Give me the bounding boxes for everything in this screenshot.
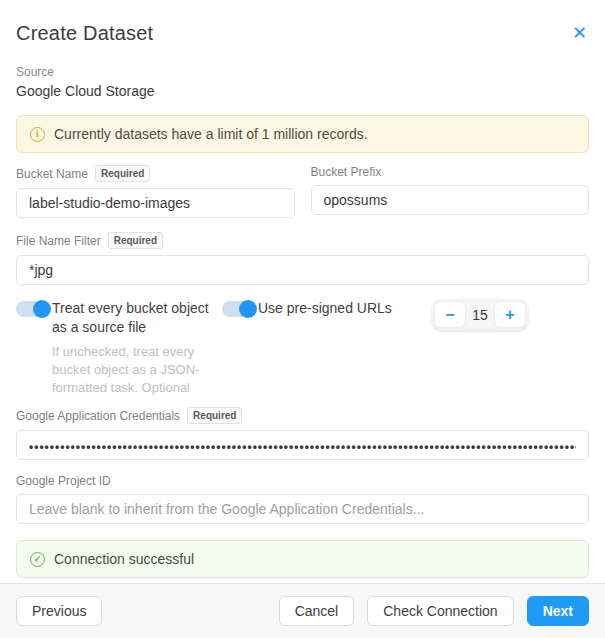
bucket-prefix-field: Bucket Prefix [311,165,590,218]
google-project-id-field: Google Project ID [16,474,589,524]
warning-banner: i Currently datasets have a limit of 1 m… [16,115,589,153]
presigned-urls-toggle-label: Use pre-signed URLs [258,299,392,318]
previous-button[interactable]: Previous [16,596,102,626]
close-icon[interactable]: ✕ [570,22,589,44]
required-badge: Required [187,407,242,424]
dialog-title: Create Dataset [16,22,153,45]
check-connection-button[interactable]: Check Connection [367,596,513,626]
info-icon: i [30,127,45,142]
file-name-filter-input[interactable] [16,255,589,285]
google-credentials-input[interactable] [16,430,589,460]
next-button[interactable]: Next [527,596,589,626]
success-banner-text: Connection successful [54,551,194,567]
google-credentials-label: Google Application Credentials [16,409,180,423]
presigned-urls-toggle[interactable] [222,301,254,317]
bucket-name-label: Bucket Name [16,167,88,181]
file-name-filter-label: File Name Filter [16,234,101,248]
google-project-id-label: Google Project ID [16,474,111,488]
dialog-footer: Previous Cancel Check Connection Next [0,583,605,638]
stepper-plus-button[interactable]: + [495,302,525,327]
success-banner: ✓ Connection successful [16,540,589,578]
treat-source-helper-text: If unchecked, treat every bucket object … [52,343,232,398]
bucket-name-field: Bucket Name Required [16,165,295,218]
dialog-header: Create Dataset ✕ [0,0,605,45]
create-dataset-dialog: Create Dataset ✕ Source Google Cloud Sto… [0,0,605,638]
treat-source-toggle-group: Treat every bucket object as a source fi… [16,299,222,397]
google-credentials-field: Google Application Credentials Required [16,407,589,460]
source-value: Google Cloud Storage [16,83,589,99]
toggle-knob [239,300,257,318]
bucket-prefix-label: Bucket Prefix [311,165,382,179]
presigned-toggle-group: Use pre-signed URLs [222,299,408,318]
warning-banner-text: Currently datasets have a limit of 1 mil… [54,126,368,142]
source-block: Source Google Cloud Storage [16,65,589,99]
bucket-prefix-input[interactable] [311,185,590,215]
required-badge: Required [108,232,163,249]
stepper-value: 15 [465,307,495,323]
cancel-button[interactable]: Cancel [279,596,355,626]
google-project-id-input[interactable] [16,494,589,524]
required-badge: Required [95,165,150,182]
toggle-knob [33,300,51,318]
treat-source-toggle-label: Treat every bucket object as a source fi… [52,299,222,337]
options-row: Treat every bucket object as a source fi… [16,299,589,397]
file-name-filter-field: File Name Filter Required [16,232,589,285]
bucket-name-input[interactable] [16,188,295,218]
source-label: Source [16,65,589,79]
check-icon: ✓ [30,552,45,567]
treat-source-toggle[interactable] [16,301,48,317]
presigned-ttl-stepper: − 15 + [432,299,528,330]
stepper-minus-button[interactable]: − [435,302,465,327]
